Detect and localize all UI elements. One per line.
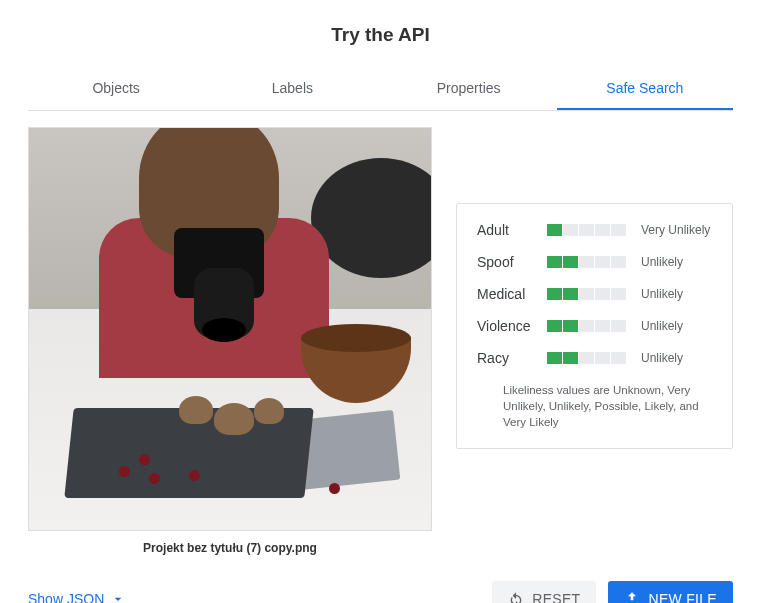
bar-segment	[563, 288, 578, 300]
result-value: Very Unlikely	[641, 223, 710, 237]
tabs: Objects Labels Properties Safe Search	[28, 68, 733, 111]
likelihood-bar	[547, 256, 627, 268]
tab-properties[interactable]: Properties	[381, 68, 557, 110]
result-value: Unlikely	[641, 287, 683, 301]
reset-icon	[508, 591, 524, 603]
result-label: Medical	[477, 286, 547, 302]
bar-segment	[611, 288, 626, 300]
result-row-adult: Adult Very Unlikely	[477, 222, 712, 238]
uploaded-image	[28, 127, 432, 531]
bar-segment	[563, 352, 578, 364]
result-row-medical: Medical Unlikely	[477, 286, 712, 302]
image-filename: Projekt bez tytułu (7) copy.png	[28, 541, 432, 555]
new-file-label: NEW FILE	[648, 591, 717, 603]
show-json-toggle[interactable]: Show JSON	[28, 591, 126, 603]
bar-segment	[547, 256, 562, 268]
bar-segment	[611, 256, 626, 268]
tab-labels[interactable]: Labels	[204, 68, 380, 110]
show-json-label: Show JSON	[28, 591, 104, 603]
bar-segment	[547, 320, 562, 332]
result-row-spoof: Spoof Unlikely	[477, 254, 712, 270]
bar-segment	[595, 256, 610, 268]
result-value: Unlikely	[641, 351, 683, 365]
result-label: Adult	[477, 222, 547, 238]
result-row-violence: Violence Unlikely	[477, 318, 712, 334]
likelihood-footnote: Likeliness values are Unknown, Very Unli…	[477, 382, 712, 430]
bar-segment	[579, 224, 594, 236]
bar-segment	[595, 224, 610, 236]
bar-segment	[563, 320, 578, 332]
bar-segment	[547, 352, 562, 364]
likelihood-bar	[547, 352, 627, 364]
bar-segment	[611, 320, 626, 332]
bar-segment	[579, 288, 594, 300]
likelihood-bar	[547, 288, 627, 300]
likelihood-bar	[547, 224, 627, 236]
bar-segment	[611, 352, 626, 364]
page-title: Try the API	[28, 24, 733, 46]
bar-segment	[563, 256, 578, 268]
result-value: Unlikely	[641, 255, 683, 269]
bar-segment	[579, 352, 594, 364]
new-file-button[interactable]: NEW FILE	[608, 581, 733, 603]
bar-segment	[547, 288, 562, 300]
bar-segment	[595, 320, 610, 332]
reset-button[interactable]: RESET	[492, 581, 596, 603]
result-value: Unlikely	[641, 319, 683, 333]
bar-segment	[547, 224, 562, 236]
result-row-racy: Racy Unlikely	[477, 350, 712, 366]
bar-segment	[579, 320, 594, 332]
safe-search-results: Adult Very Unlikely Spoof Unlikely Medic…	[456, 203, 733, 449]
result-label: Racy	[477, 350, 547, 366]
reset-label: RESET	[532, 591, 580, 603]
bar-segment	[595, 288, 610, 300]
upload-icon	[624, 591, 640, 603]
result-label: Violence	[477, 318, 547, 334]
chevron-down-icon	[110, 591, 126, 603]
tab-safe-search[interactable]: Safe Search	[557, 68, 733, 110]
bar-segment	[595, 352, 610, 364]
result-label: Spoof	[477, 254, 547, 270]
bar-segment	[611, 224, 626, 236]
likelihood-bar	[547, 320, 627, 332]
bar-segment	[563, 224, 578, 236]
image-placeholder	[29, 128, 431, 530]
bar-segment	[579, 256, 594, 268]
tab-objects[interactable]: Objects	[28, 68, 204, 110]
